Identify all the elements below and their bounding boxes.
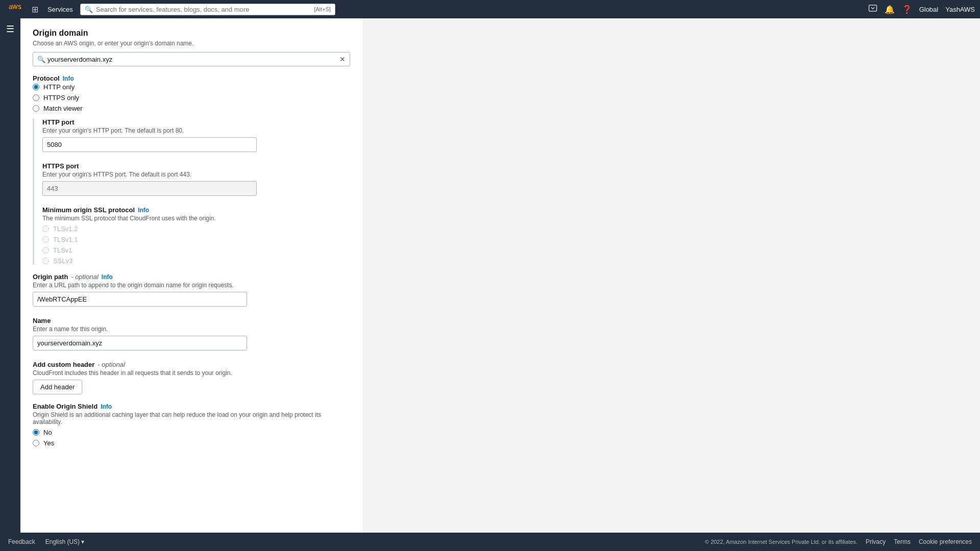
grid-icon[interactable]: ⊞ [30,3,40,16]
name-section: Name Enter a name for this origin. [33,317,350,353]
origin-domain-search-wrapper: 🔍 ✕ [33,52,350,66]
origin-shield-no-radio[interactable] [33,429,39,436]
footer-right: © 2022, Amazon Internet Services Private… [705,538,972,545]
custom-header-label: Add custom header - optional [33,361,350,368]
origin-domain-section: Origin domain Choose an AWS origin, or e… [33,29,350,66]
origin-shield-yes-radio[interactable] [33,440,39,446]
origin-path-section: Origin path - optional Info Enter a URL … [33,273,350,309]
ssl-info-link[interactable]: Info [138,207,149,214]
origin-path-desc: Enter a URL path to append to the origin… [33,282,350,289]
origin-shield-label: Enable Origin Shield Info [33,403,350,410]
protocol-label: Protocol Info [33,74,350,82]
content-panel: Origin domain Choose an AWS origin, or e… [20,18,362,533]
ssl-sslv3-label: SSLv3 [53,257,72,265]
origin-shield-section: Enable Origin Shield Info Origin Shield … [33,403,350,447]
ssl-protocol-section: Minimum origin SSL protocol Info The min… [42,206,350,265]
origin-shield-yes-label: Yes [43,439,54,447]
protocol-match-radio[interactable] [33,105,39,112]
footer: Feedback English (US) ▾ © 2022, Amazon I… [0,533,980,551]
ssl-protocol-desc: The minimum SSL protocol that CloudFront… [42,215,350,222]
origin-shield-info-link[interactable]: Info [101,403,112,410]
protocol-https-only[interactable]: HTTPS only [33,94,350,102]
custom-header-section: Add custom header - optional CloudFront … [33,361,350,394]
add-header-button[interactable]: Add header [33,380,82,394]
ssl-sslv3: SSLv3 [42,257,350,265]
cloud-shell-icon[interactable] [868,4,877,15]
origin-shield-yes[interactable]: Yes [33,439,350,447]
top-navigation: ⊞ Services 🔍 [Alt+S] 🔔 ❓ Global YashAWS [0,0,980,18]
copyright-text: © 2022, Amazon Internet Services Private… [705,539,857,545]
https-port-desc: Enter your origin's HTTPS port. The defa… [42,171,350,178]
ssl-tlsv11-radio [42,236,49,243]
http-port-desc: Enter your origin's HTTP port. The defau… [42,127,350,134]
protocol-https-radio[interactable] [33,94,39,101]
right-panel [362,18,980,551]
https-port-input[interactable] [42,181,257,196]
origin-domain-title: Origin domain [33,29,350,38]
privacy-link[interactable]: Privacy [866,538,886,545]
language-selector[interactable]: English (US) ▾ [45,538,85,545]
ssl-tlsv11-label: TLSv1.1 [53,236,78,243]
origin-shield-desc: Origin Shield is an additional caching l… [33,411,350,425]
ssl-tlsv12-label: TLSv1.2 [53,225,78,233]
nav-icons: 🔔 ❓ Global YashAWS [868,4,975,15]
name-label: Name [33,317,350,324]
ssl-tlsv1-radio [42,247,49,254]
services-button[interactable]: Services [44,4,76,15]
help-icon[interactable]: ❓ [902,5,912,14]
port-section: HTTP port Enter your origin's HTTP port.… [33,118,350,265]
main-wrapper: Origin domain Choose an AWS origin, or e… [20,18,980,551]
https-port-label: HTTPS port [42,162,350,170]
origin-path-optional: - optional [71,273,98,281]
ssl-tlsv12: TLSv1.2 [42,225,350,233]
ssl-tlsv1: TLSv1 [42,246,350,254]
http-port-section: HTTP port Enter your origin's HTTP port.… [42,118,350,154]
domain-search-icon: 🔍 [37,56,45,63]
origin-shield-radio-group: No Yes [33,429,350,447]
region-selector[interactable]: Global [919,6,939,13]
origin-shield-no[interactable]: No [33,429,350,436]
protocol-info-link[interactable]: Info [63,75,74,82]
search-icon: 🔍 [85,6,93,13]
sidebar-menu-icon[interactable]: ☰ [6,23,14,35]
origin-path-label: Origin path - optional Info [33,273,350,281]
name-input[interactable] [33,336,247,350]
search-input[interactable] [96,6,311,13]
origin-path-info-link[interactable]: Info [102,273,113,281]
search-bar[interactable]: 🔍 [Alt+S] [80,4,335,15]
clear-domain-icon[interactable]: ✕ [339,55,346,63]
protocol-http-radio[interactable] [33,84,39,90]
aws-logo[interactable] [5,4,26,14]
protocol-match-viewer[interactable]: Match viewer [33,105,350,112]
cookie-link[interactable]: Cookie preferences [919,538,972,545]
protocol-http-only[interactable]: HTTP only [33,83,350,91]
ssl-options-group: TLSv1.2 TLSv1.1 TLSv1 SSLv3 [42,225,350,265]
terms-link[interactable]: Terms [894,538,911,545]
origin-path-input[interactable] [33,292,247,307]
search-shortcut: [Alt+S] [314,6,331,12]
protocol-radio-group: HTTP only HTTPS only Match viewer [33,83,350,112]
feedback-link[interactable]: Feedback [8,538,35,545]
protocol-section: Protocol Info HTTP only HTTPS only Match… [33,74,350,265]
origin-domain-desc: Choose an AWS origin, or enter your orig… [33,40,350,47]
origin-domain-input[interactable] [47,56,339,63]
protocol-https-label: HTTPS only [43,94,79,102]
ssl-protocol-label: Minimum origin SSL protocol Info [42,206,350,214]
user-menu[interactable]: YashAWS [945,6,975,13]
https-port-section: HTTPS port Enter your origin's HTTPS por… [42,162,350,198]
ssl-sslv3-radio [42,258,49,264]
custom-header-optional: - optional [97,361,125,368]
ssl-tlsv12-radio [42,226,49,232]
svg-rect-0 [869,5,876,11]
name-desc: Enter a name for this origin. [33,325,350,333]
custom-header-desc: CloudFront includes this header in all r… [33,369,350,377]
origin-shield-no-label: No [43,429,52,436]
protocol-http-label: HTTP only [43,83,75,91]
sidebar: ☰ [0,18,20,551]
http-port-label: HTTP port [42,118,350,126]
http-port-input[interactable] [42,137,257,152]
protocol-match-label: Match viewer [43,105,83,112]
bell-icon[interactable]: 🔔 [885,5,895,14]
ssl-tlsv1-label: TLSv1 [53,246,72,254]
ssl-tlsv11: TLSv1.1 [42,236,350,243]
